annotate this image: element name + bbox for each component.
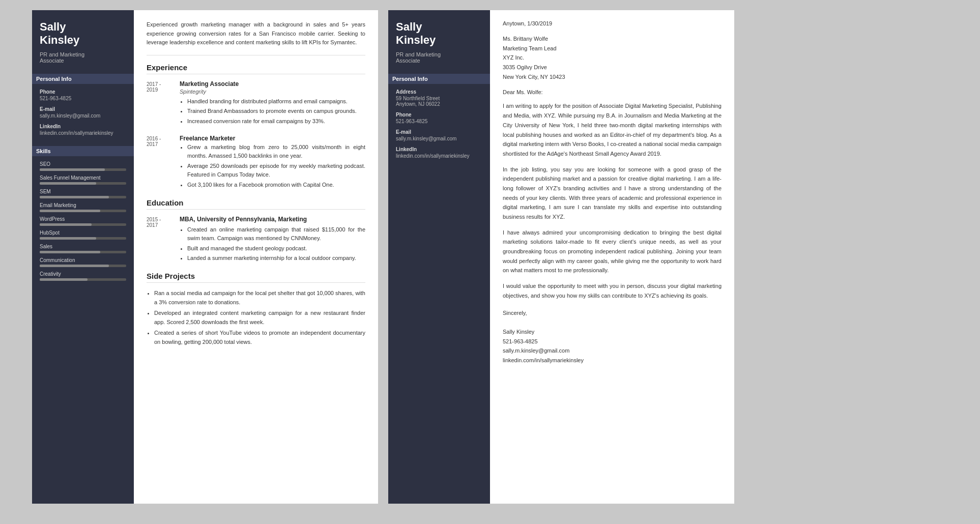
skill-bar-fill <box>40 182 96 185</box>
skill-bar-fill <box>40 196 109 198</box>
skill-name: WordPress <box>40 216 126 222</box>
cl-sig-email: sally.m.kinsley@gmail.com <box>503 346 722 356</box>
skill-bar-fill <box>40 278 88 281</box>
resume-summary: Experienced growth marketing manager wit… <box>147 20 365 55</box>
cl-closing: Sincerely, Sally Kinsley 521-963-4825 sa… <box>503 308 722 365</box>
cl-linkedin-label: LinkedIn <box>396 147 482 152</box>
cl-linkedin-value: linkedin.com/in/sallymariekinsley <box>396 153 482 159</box>
skill-bar-bg <box>40 251 126 253</box>
skill-bar-fill <box>40 223 92 226</box>
experience-item: 2017 -2019 Marketing Associate Spintegri… <box>147 80 365 127</box>
edu-bullet: Landed a summer marketing internship for… <box>187 254 365 263</box>
cl-name: SallyKinsley <box>396 20 482 47</box>
cl-recipient-address: 3035 Ogilvy Drive <box>503 63 722 72</box>
skills-list: SEO Sales Funnel Management SEM Email Ma… <box>40 161 126 281</box>
cl-sig-linkedin: linkedin.com/in/sallymariekinsley <box>503 356 722 365</box>
cl-closing-word: Sincerely, <box>503 308 722 318</box>
resume-sidebar: SallyKinsley PR and MarketingAssociate P… <box>32 10 134 504</box>
exp-bullet: Average 250 downloads per episode for my… <box>187 162 365 180</box>
cl-date: Anytown, 1/30/2019 <box>503 20 722 26</box>
skill-name: Communication <box>40 257 126 263</box>
linkedin-value: linkedin.com/in/sallymariekinsley <box>40 130 126 136</box>
exp-bullet: Grew a marketing blog from zero to 25,00… <box>187 143 365 161</box>
personal-info-section-label: Personal Info <box>32 74 134 84</box>
cl-personal-info-label: Personal Info <box>388 74 490 84</box>
cl-paragraph: I have always admired your uncompromisin… <box>503 228 722 275</box>
skill-name: Email Marketing <box>40 202 126 208</box>
skills-section-label: Skills <box>32 146 134 156</box>
edu-bullet: Created an online marketing campaign tha… <box>187 225 365 243</box>
edu-bullets: Created an online marketing campaign tha… <box>180 225 365 263</box>
cl-recipient: Ms. Brittany Wolfe Marketing Team Lead X… <box>503 34 722 81</box>
cl-title: PR and MarketingAssociate <box>396 51 482 64</box>
education-list: 2015 -2017 MBA, University of Pennsylvan… <box>147 216 365 264</box>
skill-item: SEM <box>40 189 126 198</box>
exp-bullet: Increased conversion rate for email camp… <box>187 117 365 126</box>
skill-bar-fill <box>40 251 100 253</box>
exp-bullet: Trained Brand Ambassadors to promote eve… <box>187 107 365 116</box>
cl-phone-contact: Phone 521-963-4825 <box>396 112 482 124</box>
skill-name: SEM <box>40 189 126 194</box>
cl-main: Anytown, 1/30/2019 Ms. Brittany Wolfe Ma… <box>490 10 734 504</box>
edu-dates: 2015 -2017 <box>147 216 180 264</box>
cl-recipient-city: New York City, NY 10423 <box>503 72 722 82</box>
cl-recipient-name: Ms. Brittany Wolfe <box>503 34 722 44</box>
cl-sig-name: Sally Kinsley <box>503 327 722 337</box>
skill-item: Email Marketing <box>40 202 126 212</box>
exp-content: Freelance Marketer Grew a marketing blog… <box>180 135 365 191</box>
email-contact: E-mail sally.m.kinsley@gmail.com <box>40 106 126 119</box>
skill-bar-bg <box>40 237 126 240</box>
skill-name: Sales <box>40 244 126 249</box>
linkedin-contact: LinkedIn linkedin.com/in/sallymariekinsl… <box>40 124 126 136</box>
skill-item: HubSpot <box>40 230 126 240</box>
skill-name: Sales Funnel Management <box>40 175 126 181</box>
side-project-bullet: Developed an integrated content marketin… <box>154 309 365 327</box>
linkedin-label: LinkedIn <box>40 124 126 129</box>
side-project-bullet: Created a series of short YouTube videos… <box>154 329 365 346</box>
skill-item: SEO <box>40 161 126 171</box>
skill-name: HubSpot <box>40 230 126 236</box>
exp-bullets: Handled branding for distributed platfor… <box>180 97 365 126</box>
cl-email-value: sally.m.kinsley@gmail.com <box>396 136 482 141</box>
cl-address-label: Address <box>396 89 482 95</box>
phone-label: Phone <box>40 89 126 95</box>
skill-bar-bg <box>40 278 126 281</box>
exp-bullet: Got 3,100 likes for a Facebook promotion… <box>187 181 365 190</box>
cl-body: I am writing to apply for the position o… <box>503 101 722 300</box>
skill-bar-bg <box>40 265 126 267</box>
resume-main: Experienced growth marketing manager wit… <box>134 10 378 504</box>
exp-title: Marketing Associate <box>180 80 365 88</box>
email-value: sally.m.kinsley@gmail.com <box>40 113 126 119</box>
skill-item: Sales <box>40 244 126 253</box>
experience-list: 2017 -2019 Marketing Associate Spintegri… <box>147 80 365 191</box>
edu-content: MBA, University of Pennsylvania, Marketi… <box>180 216 365 264</box>
cl-sidebar: SallyKinsley PR and MarketingAssociate P… <box>388 10 490 504</box>
cl-recipient-company: XYZ Inc. <box>503 53 722 63</box>
experience-section-label: Experience <box>147 63 365 74</box>
skill-item: Communication <box>40 257 126 267</box>
documents-container: SallyKinsley PR and MarketingAssociate P… <box>32 10 948 504</box>
skill-item: Creativity <box>40 271 126 281</box>
cl-paragraph: I am writing to apply for the position o… <box>503 101 722 158</box>
skill-bar-bg <box>40 168 126 171</box>
skills-section: Skills SEO Sales Funnel Management SEM E… <box>40 146 126 281</box>
education-item: 2015 -2017 MBA, University of Pennsylvan… <box>147 216 365 264</box>
skill-bar-bg <box>40 223 126 226</box>
skill-bar-bg <box>40 196 126 198</box>
skill-item: WordPress <box>40 216 126 226</box>
exp-content: Marketing Associate Spintegrity Handled … <box>180 80 365 127</box>
exp-bullets: Grew a marketing blog from zero to 25,00… <box>180 143 365 190</box>
side-projects-section-label: Side Projects <box>147 272 365 283</box>
exp-title: Freelance Marketer <box>180 135 365 142</box>
skill-name: Creativity <box>40 271 126 277</box>
cover-letter-document: SallyKinsley PR and MarketingAssociate P… <box>388 10 734 504</box>
education-section-label: Education <box>147 198 365 210</box>
cl-salutation: Dear Ms. Wolfe: <box>503 89 722 95</box>
cl-recipient-role: Marketing Team Lead <box>503 44 722 53</box>
cl-phone-label: Phone <box>396 112 482 118</box>
cl-address-contact: Address 59 Northfield StreetAnytown, NJ … <box>396 89 482 107</box>
skill-name: SEO <box>40 161 126 167</box>
cl-sig-phone: 521-963-4825 <box>503 337 722 346</box>
cl-paragraph: I would value the opportunity to meet wi… <box>503 281 722 300</box>
email-label: E-mail <box>40 106 126 112</box>
